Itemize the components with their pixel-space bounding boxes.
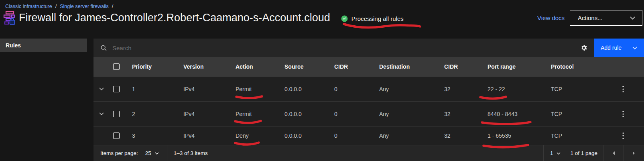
cell-protocol: TCP <box>546 132 612 139</box>
row-checkbox[interactable] <box>113 132 120 139</box>
cell-source: 0.0.0.0 <box>280 132 329 139</box>
select-all-checkbox[interactable] <box>113 63 120 70</box>
cell-priority: 2 <box>127 111 179 117</box>
add-rule-label: Add rule <box>601 45 622 51</box>
page-header: Firewall for James-Controller2.Robert-Ca… <box>3 11 404 25</box>
cell-version: IPv4 <box>179 111 231 117</box>
items-per-page-value: 25 <box>145 150 151 156</box>
breadcrumb-separator: / <box>112 4 113 9</box>
cell-action: Permit <box>231 86 280 92</box>
search-icon <box>100 45 107 51</box>
cell-destination: Any <box>374 86 439 92</box>
page-number-select[interactable]: 1 <box>544 145 565 161</box>
chevron-down-icon <box>632 47 637 49</box>
col-priority: Priority <box>127 63 179 70</box>
chevron-down-icon <box>155 152 159 155</box>
breadcrumb-single-server-firewalls[interactable]: Single server firewalls <box>60 4 109 9</box>
chevron-down-icon <box>630 16 635 20</box>
rules-table: Add rule Priority Version Action Source … <box>93 39 644 161</box>
items-per-page-select[interactable]: 25 <box>143 150 161 156</box>
pagination-bar: Items per page: 25 1–3 of 3 items 1 <box>93 145 644 161</box>
breadcrumb-classic-infrastructure[interactable]: Classic infrastructure <box>5 4 52 9</box>
sidebar-item-label: Rules <box>6 42 21 49</box>
cell-source-cidr: 0 <box>329 132 374 139</box>
gear-icon <box>581 44 588 51</box>
col-version: Version <box>179 63 231 70</box>
cell-destination: Any <box>374 111 439 117</box>
overflow-menu-icon <box>622 110 624 118</box>
cell-action: Permit <box>231 111 280 117</box>
row-checkbox[interactable] <box>113 86 120 92</box>
overflow-menu-icon <box>622 132 624 139</box>
row-checkbox[interactable] <box>113 111 120 117</box>
cell-port-range: 1 - 65535 <box>483 132 546 139</box>
overflow-menu-icon <box>622 86 624 93</box>
status-badge: Processing all rules <box>341 14 404 22</box>
actions-dropdown-label: Actions... <box>578 14 603 21</box>
table-header-row: Priority Version Action Source CIDR Dest… <box>93 57 644 76</box>
search-input[interactable] <box>112 45 575 51</box>
col-action: Action <box>231 63 280 70</box>
row-overflow-menu-button[interactable] <box>614 105 633 123</box>
col-source: Source <box>280 63 329 70</box>
row-overflow-menu-button[interactable] <box>614 126 633 145</box>
cell-version: IPv4 <box>179 86 231 92</box>
table-row: 1 IPv4 Permit 0.0.0.0 0 Any 32 22 - 22 T… <box>93 76 644 101</box>
cell-source-cidr: 0 <box>329 86 374 92</box>
cell-destination-cidr: 32 <box>439 111 483 117</box>
status-label: Processing all rules <box>351 15 404 22</box>
col-protocol: Protocol <box>546 63 612 70</box>
pagination-range-label: 1–3 of 3 items <box>167 145 214 161</box>
expand-row-button[interactable] <box>93 88 110 90</box>
next-page-button[interactable] <box>624 145 644 161</box>
breadcrumb: Classic infrastructure / Single server f… <box>5 4 113 9</box>
caret-right-icon <box>632 151 636 155</box>
items-per-page-label: Items per page: <box>100 150 138 156</box>
cell-priority: 1 <box>127 86 179 92</box>
expand-row-button[interactable] <box>93 112 110 115</box>
col-port-range: Port range <box>483 63 546 70</box>
search-field <box>93 39 575 57</box>
firewall-icon <box>3 11 15 25</box>
cell-version: IPv4 <box>179 132 231 139</box>
table-row: 2 IPv4 Permit 0.0.0.0 0 Any 32 8440 - 84… <box>93 101 644 126</box>
page-number-value: 1 <box>550 150 553 156</box>
firewall-page: Classic infrastructure / Single server f… <box>0 0 644 161</box>
cell-protocol: TCP <box>546 111 612 117</box>
cell-protocol: TCP <box>546 86 612 92</box>
cell-source: 0.0.0.0 <box>280 86 329 92</box>
cell-destination: Any <box>374 132 439 139</box>
breadcrumb-separator: / <box>55 4 57 9</box>
chevron-down-icon <box>557 152 561 155</box>
row-overflow-menu-button[interactable] <box>614 80 633 98</box>
cell-destination-cidr: 32 <box>439 132 483 139</box>
sidebar-item-rules[interactable]: Rules <box>0 39 87 52</box>
cell-source-cidr: 0 <box>329 111 374 117</box>
page-count-label: 1 of 1 page <box>565 145 603 161</box>
table-row: 3 IPv4 Deny 0.0.0.0 0 Any 32 1 - 65535 T… <box>93 126 644 145</box>
view-docs-link[interactable]: View docs <box>537 14 565 21</box>
chevron-down-icon <box>99 88 104 90</box>
cell-priority: 3 <box>127 132 179 139</box>
actions-dropdown[interactable]: Actions... <box>570 10 642 26</box>
cell-source: 0.0.0.0 <box>280 111 329 117</box>
col-destination: Destination <box>374 63 439 70</box>
checkmark-filled-icon <box>341 15 348 22</box>
col-source-cidr: CIDR <box>329 63 374 70</box>
caret-left-icon <box>612 151 615 155</box>
cell-destination-cidr: 32 <box>439 86 483 92</box>
cell-port-range: 8440 - 8443 <box>483 111 546 117</box>
table-toolbar: Add rule <box>93 39 644 57</box>
cell-port-range: 22 - 22 <box>483 86 546 92</box>
chevron-down-icon <box>99 112 104 115</box>
table-settings-button[interactable] <box>575 39 594 57</box>
cell-action: Deny <box>231 132 280 139</box>
page-title: Firewall for James-Controller2.Robert-Ca… <box>19 12 330 24</box>
previous-page-button[interactable] <box>603 145 624 161</box>
add-rule-button[interactable]: Add rule <box>594 39 644 57</box>
col-destination-cidr: CIDR <box>439 63 483 70</box>
